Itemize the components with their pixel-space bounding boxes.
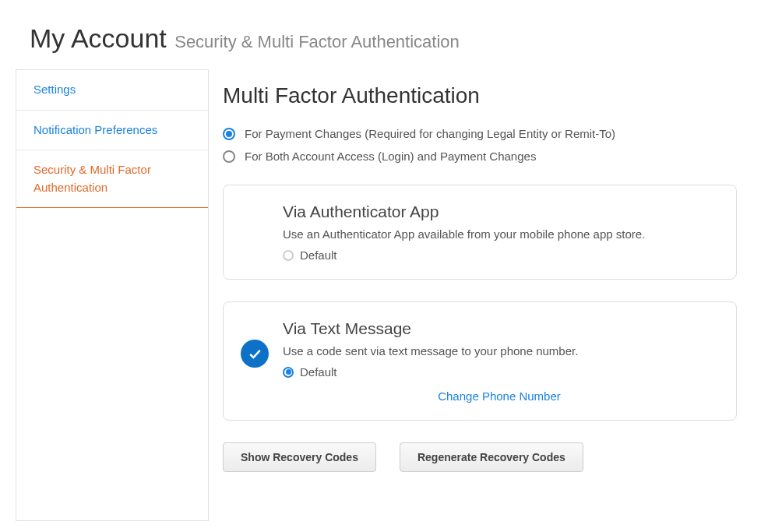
method-card-authenticator-app: Via Authenticator App Use an Authenticat… [223, 185, 737, 280]
button-row: Show Recovery Codes Regenerate Recovery … [223, 442, 737, 472]
default-option-text-message[interactable]: Default [283, 365, 716, 379]
method-title: Via Authenticator App [283, 203, 716, 221]
sidebar: Settings Notification Preferences Securi… [16, 69, 209, 521]
scope-option-both[interactable]: For Both Account Access (Login) and Paym… [223, 150, 737, 163]
page-subtitle: Security & Multi Factor Authentication [174, 32, 460, 51]
method-description: Use a code sent via text message to your… [283, 344, 716, 358]
page-header: My Account Security & Multi Factor Authe… [0, 0, 761, 69]
sidebar-item-settings[interactable]: Settings [16, 70, 208, 111]
method-card-text-message: Via Text Message Use a code sent via tex… [223, 301, 737, 421]
card-body: Via Text Message Use a code sent via tex… [283, 319, 716, 403]
method-title: Via Text Message [283, 319, 716, 338]
default-option-authenticator[interactable]: Default [283, 248, 716, 262]
show-recovery-codes-button[interactable]: Show Recovery Codes [223, 442, 376, 472]
default-label: Default [300, 365, 337, 379]
sidebar-item-security-mfa[interactable]: Security & Multi Factor Authentication [16, 150, 208, 208]
method-description: Use an Authenticator App available from … [283, 227, 716, 241]
radio-selected-icon [283, 367, 294, 378]
scope-option-payment-changes[interactable]: For Payment Changes (Required for changi… [223, 127, 737, 140]
scope-option-label: For Both Account Access (Login) and Paym… [245, 150, 536, 163]
scope-option-label: For Payment Changes (Required for changi… [245, 127, 615, 140]
change-phone-number-link[interactable]: Change Phone Number [283, 389, 716, 403]
radio-disabled-icon [283, 250, 294, 261]
main-content: Multi Factor Authentication For Payment … [223, 69, 752, 521]
sidebar-item-notification-preferences[interactable]: Notification Preferences [16, 111, 208, 151]
radio-unselected-icon [223, 150, 235, 163]
card-body: Via Authenticator App Use an Authenticat… [283, 203, 716, 262]
main-heading: Multi Factor Authentication [223, 83, 737, 108]
default-label: Default [300, 248, 337, 262]
check-circle-icon [241, 340, 269, 368]
radio-selected-icon [223, 128, 235, 140]
page-title: My Account [30, 23, 167, 53]
regenerate-recovery-codes-button[interactable]: Regenerate Recovery Codes [400, 442, 583, 472]
